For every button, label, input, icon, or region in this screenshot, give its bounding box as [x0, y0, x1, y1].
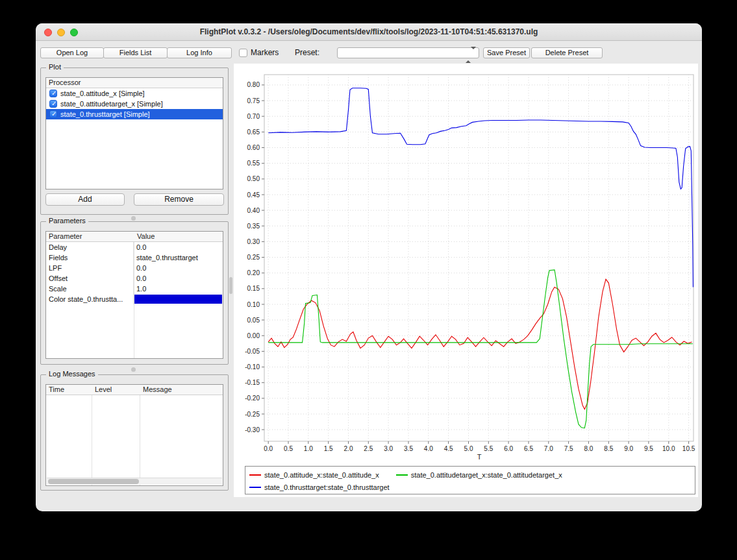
- parameter-row[interactable]: Offset 0.0: [46, 273, 223, 284]
- parameter-value[interactable]: 1.0: [134, 284, 223, 294]
- svg-text:4.0: 4.0: [424, 445, 433, 452]
- titlebar[interactable]: FlightPlot v.0.3.2 - /Users/oleg/Documen…: [36, 23, 702, 41]
- parameter-value[interactable]: 0.0: [134, 242, 223, 252]
- svg-text:0.65: 0.65: [247, 128, 260, 136]
- message-column-header: Message: [143, 385, 172, 395]
- chart-canvas[interactable]: 0.800.750.700.650.600.550.500.450.400.35…: [234, 64, 698, 465]
- svg-text:2.5: 2.5: [364, 445, 373, 452]
- chart-holder[interactable]: 0.800.750.700.650.600.550.500.450.400.35…: [234, 64, 698, 467]
- log-messages-table[interactable]: Time Level Message: [45, 384, 223, 486]
- plot-series-row[interactable]: state_0.attitude_x [Simple]: [46, 88, 223, 99]
- svg-text:0.70: 0.70: [247, 113, 260, 120]
- svg-text:0.05: 0.05: [247, 317, 260, 324]
- parameter-value[interactable]: 0.0: [134, 273, 223, 284]
- svg-text:-0.10: -0.10: [245, 363, 260, 371]
- svg-text:2.0: 2.0: [344, 445, 353, 452]
- parameter-name: Offset: [46, 273, 134, 284]
- legend-item: state_0.attitude_x:state_0.attitude_x: [249, 471, 379, 479]
- parameter-value[interactable]: 0.0: [134, 263, 223, 273]
- svg-text:-0.25: -0.25: [245, 411, 260, 418]
- svg-text:3.5: 3.5: [404, 445, 413, 452]
- delete-preset-button[interactable]: Delete Preset: [531, 47, 603, 58]
- parameter-value[interactable]: state_0.thrusttarget: [134, 252, 223, 263]
- svg-text:9.0: 9.0: [624, 445, 633, 452]
- parameter-row[interactable]: LPF 0.0: [46, 263, 223, 273]
- svg-text:9.5: 9.5: [644, 445, 653, 452]
- svg-text:0.45: 0.45: [247, 191, 260, 199]
- series-checkbox[interactable]: [49, 100, 57, 108]
- plot-group-title: Plot: [46, 63, 64, 71]
- plot-series-row[interactable]: state_0.attitudetarget_x [Simple]: [46, 99, 223, 109]
- svg-text:0.20: 0.20: [247, 269, 260, 276]
- parameters-group-title: Parameters: [46, 217, 88, 225]
- splitter-handle[interactable]: [131, 216, 136, 221]
- series-checkbox[interactable]: [49, 90, 57, 97]
- parameter-row[interactable]: Scale 1.0: [46, 284, 223, 294]
- parameter-name: Color state_0.thrustta...: [46, 294, 134, 304]
- log-info-button[interactable]: Log Info: [167, 47, 232, 58]
- legend-item: state_0.attitudetarget_x:state_0.attitud…: [396, 471, 562, 479]
- svg-text:0.50: 0.50: [247, 175, 260, 182]
- parameters-table[interactable]: Parameter Value Delay 0.0 Fields state_0…: [45, 231, 223, 359]
- svg-text:10.5: 10.5: [682, 445, 695, 452]
- svg-text:6.0: 6.0: [504, 445, 513, 452]
- chart-legend: state_0.attitude_x:state_0.attitude_x st…: [245, 466, 695, 494]
- svg-text:0.35: 0.35: [247, 223, 260, 230]
- parameter-value[interactable]: [134, 294, 223, 304]
- processor-column-header: Processor: [49, 78, 81, 88]
- green-line-icon: [396, 474, 408, 476]
- svg-text:-0.15: -0.15: [245, 379, 260, 386]
- add-button[interactable]: Add: [45, 193, 125, 206]
- svg-text:0.10: 0.10: [247, 301, 260, 308]
- close-window-button[interactable]: [44, 29, 52, 36]
- svg-text:0.60: 0.60: [247, 144, 260, 151]
- minimize-window-button[interactable]: [57, 29, 65, 36]
- open-log-button[interactable]: Open Log: [40, 47, 104, 58]
- parameter-row[interactable]: Delay 0.0: [46, 242, 223, 252]
- svg-text:T: T: [477, 453, 482, 461]
- svg-text:1.0: 1.0: [304, 445, 313, 452]
- log-messages-group: Log Messages Time Level Message: [40, 374, 229, 491]
- plot-group: Plot Processor state_0.attitude_x [Simpl…: [40, 67, 229, 215]
- color-swatch[interactable]: [134, 295, 222, 304]
- fields-list-button[interactable]: Fields List: [103, 47, 168, 58]
- splitter-handle[interactable]: [131, 367, 136, 372]
- level-column-header: Level: [95, 385, 112, 395]
- markers-label: Markers: [251, 47, 279, 58]
- parameter-column-header: Parameter: [49, 232, 82, 241]
- svg-text:-0.20: -0.20: [245, 395, 260, 402]
- chart-panel: 0.800.750.700.650.600.550.500.450.400.35…: [234, 64, 698, 497]
- series-checkbox[interactable]: [49, 110, 57, 118]
- vertical-splitter-handle[interactable]: [229, 277, 232, 294]
- zoom-window-button[interactable]: [70, 29, 78, 36]
- parameter-row[interactable]: Color state_0.thrustta...: [46, 294, 223, 304]
- scrollbar-thumb[interactable]: [48, 479, 139, 484]
- svg-text:1.5: 1.5: [324, 445, 333, 452]
- svg-text:0.30: 0.30: [247, 238, 260, 245]
- parameter-name: Delay: [46, 242, 134, 252]
- legend-label: state_0.attitude_x:state_0.attitude_x: [264, 471, 379, 479]
- log-table-header: Time Level Message: [46, 385, 223, 395]
- svg-text:-0.05: -0.05: [245, 348, 260, 355]
- svg-text:4.5: 4.5: [444, 445, 453, 452]
- series-label: state_0.attitudetarget_x [Simple]: [60, 100, 163, 108]
- preset-combobox[interactable]: [337, 47, 479, 58]
- series-label: state_0.attitude_x [Simple]: [60, 90, 145, 97]
- save-preset-button[interactable]: Save Preset: [483, 47, 530, 58]
- markers-checkbox[interactable]: [239, 49, 247, 57]
- svg-text:0.0: 0.0: [264, 445, 273, 452]
- svg-text:8.0: 8.0: [584, 445, 593, 452]
- horizontal-scrollbar[interactable]: [47, 478, 222, 485]
- svg-text:8.5: 8.5: [604, 445, 613, 452]
- parameter-name: Scale: [46, 284, 134, 294]
- remove-button[interactable]: Remove: [134, 193, 224, 206]
- parameter-row[interactable]: Fields state_0.thrusttarget: [46, 252, 223, 263]
- parameter-name: Fields: [46, 252, 134, 263]
- legend-label: state_0.thrusttarget:state_0.thrusttarge…: [264, 483, 390, 491]
- flightplot-window: FlightPlot v.0.3.2 - /Users/oleg/Documen…: [36, 23, 702, 511]
- plot-series-row[interactable]: state_0.thrusttarget [Simple]: [46, 109, 223, 119]
- svg-text:6.5: 6.5: [524, 445, 533, 452]
- legend-item: state_0.thrusttarget:state_0.thrusttarge…: [249, 483, 390, 491]
- svg-text:0.00: 0.00: [247, 332, 260, 339]
- processor-table[interactable]: Processor state_0.attitude_x [Simple] st…: [45, 77, 223, 189]
